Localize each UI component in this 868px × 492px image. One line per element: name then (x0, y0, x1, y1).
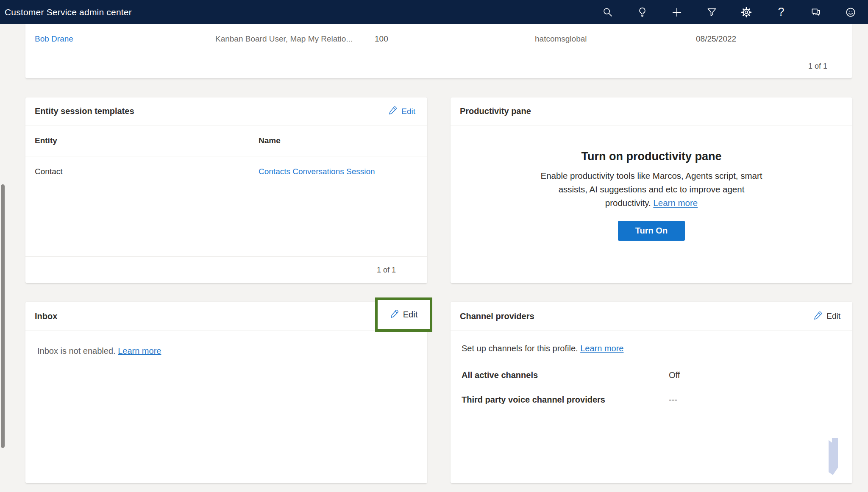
card-title: Entity session templates (35, 106, 134, 116)
lightbulb-icon[interactable] (625, 0, 659, 24)
field-label: All active channels (462, 370, 669, 380)
productivity-description: Enable productivity tools like Marcos, A… (535, 169, 768, 210)
table-row[interactable]: Bob Drane Kanban Board User, Map My Rela… (25, 24, 852, 54)
user-org-cell: hatcomsglobal (535, 34, 696, 44)
header-icon-group: ? (590, 0, 868, 24)
field-value: Off (669, 370, 841, 380)
column-header-entity: Entity (35, 136, 259, 145)
users-pagination: 1 of 1 (25, 54, 852, 78)
filter-icon[interactable] (694, 0, 729, 24)
channel-providers-header: Channel providers Edit (451, 302, 852, 331)
inbox-edit-button[interactable]: Edit (375, 297, 432, 332)
field-all-active-channels: All active channels Off (462, 363, 841, 387)
users-list-card: Bob Drane Kanban Board User, Map My Rela… (25, 24, 852, 78)
entity-templates-edit-button[interactable]: Edit (388, 106, 415, 117)
column-header-name: Name (259, 136, 418, 145)
inbox-header: Inbox (25, 302, 427, 331)
entity-table-header: Entity Name (25, 125, 427, 156)
edit-pencil-icon (390, 309, 399, 320)
app-header: Customer Service admin center ? (0, 0, 868, 24)
edit-label: Edit (826, 311, 840, 321)
field-third-party-voice: Third party voice channel providers --- (462, 387, 841, 412)
entity-templates-header: Entity session templates Edit (25, 97, 427, 125)
session-template-link[interactable]: Contacts Conversations Session (259, 167, 418, 176)
app-title: Customer Service admin center (0, 7, 132, 17)
search-icon[interactable] (590, 0, 625, 24)
channel-providers-edit-button[interactable]: Edit (813, 311, 840, 322)
entity-session-templates-card: Entity session templates Edit Entity Nam… (25, 97, 427, 283)
edit-pencil-icon (388, 106, 398, 117)
watermark-shape (829, 438, 838, 475)
channel-intro-text: Set up channels for this profile. Learn … (462, 344, 841, 353)
field-label: Third party voice channel providers (462, 395, 669, 405)
entity-pagination: 1 of 1 (25, 256, 427, 283)
edit-label: Edit (401, 107, 415, 116)
card-title: Inbox (35, 311, 57, 321)
left-scrollbar-thumb[interactable] (1, 184, 5, 448)
inbox-learn-more-link[interactable]: Learn more (118, 346, 161, 356)
settings-gear-icon[interactable] (729, 0, 764, 24)
field-value: --- (669, 395, 841, 405)
channel-providers-card: Channel providers Edit Set up channels f… (451, 302, 852, 483)
table-row[interactable]: Contact Contacts Conversations Session (25, 156, 427, 187)
feedback-icon[interactable] (798, 0, 833, 24)
user-roles-cell: Kanban Board User, Map My Relatio... (215, 34, 375, 44)
inbox-card: Inbox Inbox is not enabled. Learn more (25, 302, 427, 483)
add-icon[interactable] (659, 0, 694, 24)
channel-providers-body: Set up channels for this profile. Learn … (451, 331, 852, 412)
turn-on-button[interactable]: Turn On (618, 221, 685, 241)
card-title: Channel providers (460, 311, 534, 321)
productivity-learn-more-link[interactable]: Learn more (653, 198, 698, 208)
help-icon[interactable]: ? (764, 0, 798, 24)
productivity-pane-header: Productivity pane (451, 97, 852, 125)
user-capacity-cell: 100 (375, 34, 535, 44)
inbox-status-text: Inbox is not enabled. (37, 346, 116, 356)
emoji-icon[interactable] (833, 0, 868, 24)
inbox-body: Inbox is not enabled. Learn more (25, 331, 427, 371)
user-name-link[interactable]: Bob Drane (35, 34, 215, 44)
card-title: Productivity pane (460, 106, 531, 116)
user-date-cell: 08/25/2022 (696, 34, 843, 44)
channel-learn-more-link[interactable]: Learn more (580, 344, 623, 353)
entity-cell: Contact (35, 167, 259, 176)
edit-pencil-icon (813, 311, 823, 322)
edit-label: Edit (403, 310, 417, 320)
productivity-heading: Turn on productivity pane (451, 150, 852, 163)
productivity-pane-card: Productivity pane Turn on productivity p… (451, 97, 852, 283)
productivity-pane-content: Turn on productivity pane Enable product… (451, 125, 852, 241)
